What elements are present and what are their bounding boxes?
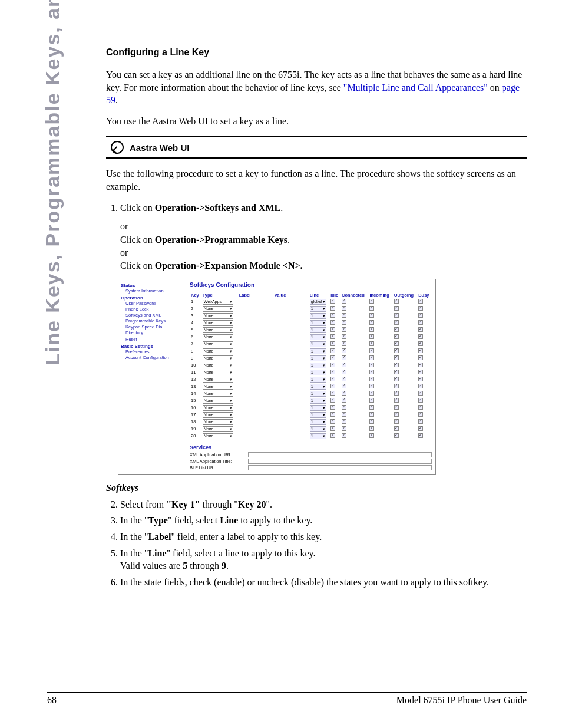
ss-connected-checkbox[interactable] — [342, 313, 346, 318]
ss-line-select[interactable]: 1▾ — [310, 412, 326, 418]
ss-connected-checkbox[interactable] — [342, 433, 346, 438]
ss-busy-checkbox[interactable] — [418, 426, 423, 431]
ss-nav-basic[interactable]: Basic Settings — [121, 344, 183, 349]
ss-connected-checkbox[interactable] — [342, 412, 346, 417]
ss-nav-item[interactable]: Account Configuration — [121, 355, 183, 361]
ss-line-select[interactable]: global▾ — [310, 299, 326, 305]
ss-outgoing-checkbox[interactable] — [394, 377, 399, 381]
ss-outgoing-checkbox[interactable] — [394, 405, 399, 410]
ss-type-select[interactable]: None▾ — [203, 363, 233, 368]
ss-idle-checkbox[interactable] — [330, 433, 335, 438]
ss-outgoing-checkbox[interactable] — [394, 433, 399, 438]
ss-busy-checkbox[interactable] — [418, 363, 423, 367]
ss-outgoing-checkbox[interactable] — [394, 341, 399, 346]
ss-nav-item[interactable]: System Information — [121, 288, 183, 294]
ss-connected-checkbox[interactable] — [342, 370, 346, 374]
ss-nav-item[interactable]: Directory — [121, 330, 183, 336]
ss-idle-checkbox[interactable] — [330, 327, 335, 332]
ss-busy-checkbox[interactable] — [418, 306, 423, 311]
ss-service-input[interactable] — [248, 465, 432, 470]
ss-busy-checkbox[interactable] — [418, 391, 423, 396]
ss-idle-checkbox[interactable] — [330, 384, 335, 388]
ss-incoming-checkbox[interactable] — [369, 433, 374, 438]
ss-idle-checkbox[interactable] — [330, 320, 335, 325]
ss-outgoing-checkbox[interactable] — [394, 384, 399, 388]
ss-nav-item[interactable]: Programmable Keys — [121, 318, 183, 324]
ss-connected-checkbox[interactable] — [342, 398, 346, 403]
ss-type-select[interactable]: None▾ — [203, 377, 233, 383]
ss-line-select[interactable]: 1▾ — [310, 398, 326, 404]
ss-connected-checkbox[interactable] — [342, 299, 346, 304]
ss-incoming-checkbox[interactable] — [369, 363, 374, 367]
ss-incoming-checkbox[interactable] — [369, 341, 374, 346]
ss-type-select[interactable]: None▾ — [203, 313, 233, 319]
ss-connected-checkbox[interactable] — [342, 306, 346, 311]
ss-type-select[interactable]: None▾ — [203, 405, 233, 411]
ss-busy-checkbox[interactable] — [418, 313, 423, 318]
ss-incoming-checkbox[interactable] — [369, 327, 374, 332]
ss-type-select[interactable]: None▾ — [203, 348, 233, 354]
ss-incoming-checkbox[interactable] — [369, 306, 374, 311]
ss-line-select[interactable]: 1▾ — [310, 348, 326, 354]
ss-incoming-checkbox[interactable] — [369, 334, 374, 339]
ss-type-select[interactable]: None▾ — [203, 334, 233, 340]
ss-outgoing-checkbox[interactable] — [394, 327, 399, 332]
ss-idle-checkbox[interactable] — [330, 419, 335, 424]
ss-line-select[interactable]: 1▾ — [310, 355, 326, 361]
ss-connected-checkbox[interactable] — [342, 363, 346, 367]
ss-busy-checkbox[interactable] — [418, 412, 423, 417]
ss-type-select[interactable]: None▾ — [203, 320, 233, 326]
ss-busy-checkbox[interactable] — [418, 327, 423, 332]
ss-outgoing-checkbox[interactable] — [394, 355, 399, 360]
ss-outgoing-checkbox[interactable] — [394, 363, 399, 367]
ss-connected-checkbox[interactable] — [342, 377, 346, 381]
ss-idle-checkbox[interactable] — [330, 412, 335, 417]
ss-line-select[interactable]: 1▾ — [310, 334, 326, 340]
ss-outgoing-checkbox[interactable] — [394, 398, 399, 403]
ss-outgoing-checkbox[interactable] — [394, 313, 399, 318]
ss-incoming-checkbox[interactable] — [369, 384, 374, 388]
ss-connected-checkbox[interactable] — [342, 405, 346, 410]
ss-incoming-checkbox[interactable] — [369, 355, 374, 360]
ss-connected-checkbox[interactable] — [342, 384, 346, 388]
ss-outgoing-checkbox[interactable] — [394, 426, 399, 431]
ss-line-select[interactable]: 1▾ — [310, 363, 326, 368]
ss-idle-checkbox[interactable] — [330, 405, 335, 410]
ss-type-select[interactable]: None▾ — [203, 384, 233, 390]
ss-idle-checkbox[interactable] — [330, 348, 335, 353]
ss-idle-checkbox[interactable] — [330, 341, 335, 346]
ss-nav-item[interactable]: Softkeys and XML — [121, 312, 183, 318]
ss-nav-item[interactable]: User Password — [121, 301, 183, 307]
ss-line-select[interactable]: 1▾ — [310, 341, 326, 347]
ss-incoming-checkbox[interactable] — [369, 426, 374, 431]
ss-incoming-checkbox[interactable] — [369, 370, 374, 374]
ss-incoming-checkbox[interactable] — [369, 348, 374, 353]
ss-connected-checkbox[interactable] — [342, 334, 346, 339]
ss-line-select[interactable]: 1▾ — [310, 433, 326, 439]
ss-line-select[interactable]: 1▾ — [310, 370, 326, 375]
ss-nav-operation[interactable]: Operation — [121, 295, 183, 301]
ss-busy-checkbox[interactable] — [418, 348, 423, 353]
ss-connected-checkbox[interactable] — [342, 341, 346, 346]
ss-type-select[interactable]: None▾ — [203, 391, 233, 397]
ss-connected-checkbox[interactable] — [342, 426, 346, 431]
ss-line-select[interactable]: 1▾ — [310, 391, 326, 397]
ss-incoming-checkbox[interactable] — [369, 313, 374, 318]
ss-idle-checkbox[interactable] — [330, 313, 335, 318]
ss-outgoing-checkbox[interactable] — [394, 320, 399, 325]
ss-type-select[interactable]: None▾ — [203, 370, 233, 375]
ss-line-select[interactable]: 1▾ — [310, 405, 326, 411]
ss-incoming-checkbox[interactable] — [369, 299, 374, 304]
ss-line-select[interactable]: 1▾ — [310, 384, 326, 390]
ss-connected-checkbox[interactable] — [342, 355, 346, 360]
ss-type-select[interactable]: None▾ — [203, 355, 233, 361]
ss-busy-checkbox[interactable] — [418, 334, 423, 339]
ss-nav-item[interactable]: Phone Lock — [121, 307, 183, 312]
ss-outgoing-checkbox[interactable] — [394, 391, 399, 396]
ss-type-select[interactable]: None▾ — [203, 412, 233, 418]
ss-type-select[interactable]: WebApps▾ — [203, 299, 233, 305]
ss-idle-checkbox[interactable] — [330, 306, 335, 311]
ss-line-select[interactable]: 1▾ — [310, 313, 326, 319]
ss-line-select[interactable]: 1▾ — [310, 419, 326, 425]
ss-type-select[interactable]: None▾ — [203, 419, 233, 425]
